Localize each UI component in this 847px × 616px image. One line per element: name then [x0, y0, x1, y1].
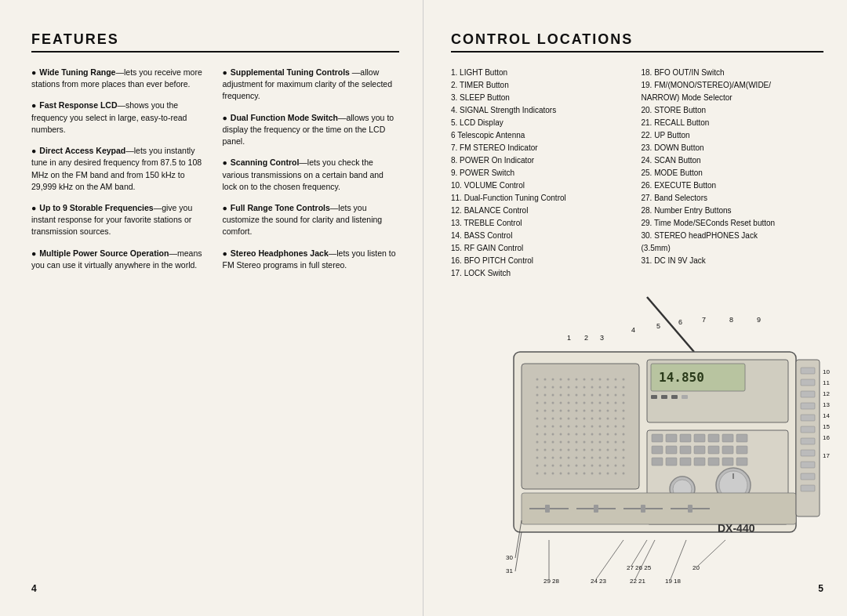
svg-text:2: 2 [584, 334, 588, 342]
svg-rect-191 [652, 458, 663, 466]
svg-point-40 [568, 394, 570, 397]
svg-rect-188 [708, 446, 719, 454]
svg-point-133 [544, 457, 547, 459]
svg-point-55 [591, 402, 594, 404]
svg-point-157 [544, 473, 547, 475]
page-number-left: 4 [31, 583, 37, 594]
svg-text:29 28: 29 28 [543, 578, 560, 585]
svg-point-26 [552, 386, 554, 389]
svg-point-158 [552, 473, 554, 475]
svg-text:13: 13 [823, 401, 830, 408]
svg-point-84 [536, 426, 539, 428]
svg-rect-209 [641, 505, 645, 513]
svg-point-61 [544, 410, 547, 412]
svg-point-23 [623, 379, 625, 381]
svg-rect-196 [722, 458, 733, 466]
control-locations-page: CONTROL LOCATIONS 1. LIGHT Button2. TIME… [424, 0, 847, 616]
svg-point-156 [536, 473, 539, 475]
svg-text:6: 6 [678, 318, 682, 326]
control-item: 13. TREBLE Control [451, 217, 634, 230]
feature-item: ●Full Range Tone Controls—lets you custo… [223, 202, 400, 238]
svg-point-136 [568, 457, 570, 459]
control-col-1: 1. LIGHT Button2. TIMER Button3. SLEEP B… [451, 67, 634, 280]
svg-point-73 [544, 418, 547, 420]
control-item: 22. UP Button [642, 129, 824, 142]
control-item: 23. DOWN Button [642, 142, 824, 154]
svg-point-95 [623, 426, 625, 428]
svg-text:22 21: 22 21 [630, 578, 646, 585]
svg-point-167 [623, 473, 625, 475]
svg-text:4: 4 [631, 326, 635, 334]
svg-rect-219 [801, 426, 815, 433]
svg-point-155 [623, 465, 625, 467]
control-col-2: 18. BFO OUT/IN Switch19. FM/(MONO/STEREO… [642, 67, 824, 280]
features-title: FEATURES [31, 31, 399, 48]
svg-point-72 [536, 418, 539, 420]
svg-point-12 [536, 379, 539, 381]
svg-text:31: 31 [506, 567, 513, 574]
svg-point-126 [583, 449, 586, 451]
svg-point-25 [544, 386, 547, 389]
svg-point-62 [552, 410, 554, 412]
svg-point-110 [552, 441, 554, 444]
svg-point-33 [607, 386, 609, 389]
svg-rect-189 [722, 446, 733, 454]
svg-point-161 [576, 473, 578, 475]
svg-text:14: 14 [823, 412, 830, 419]
svg-rect-174 [682, 395, 688, 399]
svg-point-91 [591, 426, 594, 428]
svg-rect-211 [688, 505, 693, 513]
svg-rect-180 [694, 434, 705, 442]
svg-point-28 [568, 386, 570, 389]
features-page: FEATURES ●Wide Tuning Range—lets you rec… [0, 0, 424, 616]
svg-line-248 [698, 540, 725, 566]
svg-point-36 [536, 394, 539, 397]
feature-item: ●Multiple Power Source Operation—means y… [31, 248, 209, 271]
control-item: 16. BFO PITCH Control [451, 255, 634, 267]
svg-point-108 [536, 441, 539, 444]
svg-point-111 [560, 441, 562, 444]
svg-point-34 [615, 386, 617, 389]
control-item: (3.5mm) [642, 242, 824, 255]
svg-point-41 [576, 394, 578, 397]
svg-point-146 [552, 465, 554, 467]
svg-rect-223 [801, 473, 815, 480]
svg-point-131 [623, 449, 625, 451]
svg-point-29 [576, 386, 578, 389]
control-item: 26. EXECUTE Button [642, 179, 824, 192]
control-item: 14. BASS Control [451, 230, 634, 242]
svg-point-149 [576, 465, 578, 467]
svg-point-162 [583, 473, 586, 475]
svg-text:7: 7 [702, 316, 706, 324]
svg-point-97 [544, 433, 547, 436]
radio-diagram: 1 2 3 4 5 6 7 8 9 [451, 289, 835, 595]
radio-svg: 1 2 3 4 5 6 7 8 9 [451, 289, 835, 595]
svg-point-46 [615, 394, 617, 397]
control-item: 19. FM/(MONO/STEREO)/AM(WIDE/ [642, 79, 824, 92]
svg-point-31 [591, 386, 594, 389]
control-item: 20. STORE Button [642, 104, 824, 117]
svg-point-27 [560, 386, 562, 389]
control-item: 29. Time Mode/SEConds Reset button [642, 217, 824, 230]
svg-point-141 [607, 457, 609, 459]
control-list-area: 1. LIGHT Button2. TIMER Button3. SLEEP B… [451, 67, 823, 280]
svg-text:3: 3 [600, 334, 604, 342]
svg-point-51 [560, 402, 562, 404]
svg-point-39 [560, 394, 562, 397]
control-item: 4. SIGNAL Strength Indicators [451, 104, 634, 117]
svg-point-140 [599, 457, 602, 459]
svg-rect-193 [680, 458, 691, 466]
svg-text:19 18: 19 18 [665, 578, 682, 585]
svg-rect-207 [594, 505, 598, 513]
svg-point-164 [599, 473, 602, 475]
control-item: NARROW) Mode Selector [642, 92, 824, 104]
svg-point-137 [576, 457, 578, 459]
svg-rect-205 [545, 505, 550, 513]
svg-rect-173 [671, 395, 678, 399]
svg-point-30 [583, 386, 586, 389]
svg-point-148 [568, 465, 570, 467]
svg-point-64 [568, 410, 570, 412]
svg-point-87 [560, 426, 562, 428]
control-item: 27. Band Selectors [642, 192, 824, 205]
svg-point-35 [623, 386, 625, 389]
